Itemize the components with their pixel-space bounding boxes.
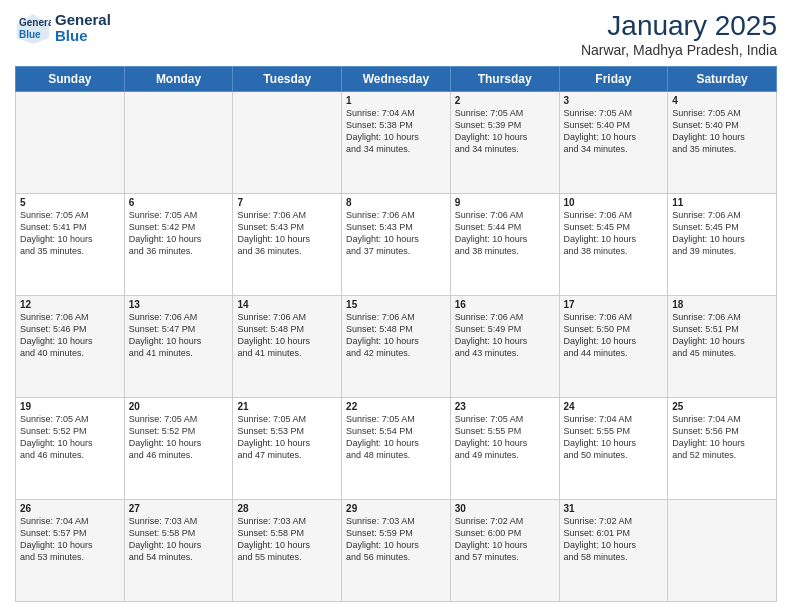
cell-info: Sunrise: 7:06 AM Sunset: 5:47 PM Dayligh… (129, 311, 229, 360)
cell-info: Sunrise: 7:06 AM Sunset: 5:49 PM Dayligh… (455, 311, 555, 360)
day-number: 23 (455, 401, 555, 412)
weekday-header-row: SundayMondayTuesdayWednesdayThursdayFrid… (16, 67, 777, 92)
cell-info: Sunrise: 7:06 AM Sunset: 5:48 PM Dayligh… (346, 311, 446, 360)
calendar-cell: 22Sunrise: 7:05 AM Sunset: 5:54 PM Dayli… (342, 398, 451, 500)
logo-icon: General Blue (15, 10, 51, 46)
calendar-cell: 6Sunrise: 7:05 AM Sunset: 5:42 PM Daylig… (124, 194, 233, 296)
cell-info: Sunrise: 7:06 AM Sunset: 5:50 PM Dayligh… (564, 311, 664, 360)
calendar-cell: 10Sunrise: 7:06 AM Sunset: 5:45 PM Dayli… (559, 194, 668, 296)
cell-info: Sunrise: 7:05 AM Sunset: 5:40 PM Dayligh… (564, 107, 664, 156)
calendar-cell: 27Sunrise: 7:03 AM Sunset: 5:58 PM Dayli… (124, 500, 233, 602)
logo-text-block: General Blue (55, 12, 111, 45)
week-row-1: 1Sunrise: 7:04 AM Sunset: 5:38 PM Daylig… (16, 92, 777, 194)
day-number: 5 (20, 197, 120, 208)
calendar-cell: 3Sunrise: 7:05 AM Sunset: 5:40 PM Daylig… (559, 92, 668, 194)
day-number: 7 (237, 197, 337, 208)
calendar-cell (233, 92, 342, 194)
day-number: 27 (129, 503, 229, 514)
week-row-5: 26Sunrise: 7:04 AM Sunset: 5:57 PM Dayli… (16, 500, 777, 602)
calendar-cell (16, 92, 125, 194)
calendar-cell: 31Sunrise: 7:02 AM Sunset: 6:01 PM Dayli… (559, 500, 668, 602)
calendar-cell: 30Sunrise: 7:02 AM Sunset: 6:00 PM Dayli… (450, 500, 559, 602)
day-number: 6 (129, 197, 229, 208)
cell-info: Sunrise: 7:03 AM Sunset: 5:58 PM Dayligh… (129, 515, 229, 564)
title-block: January 2025 Narwar, Madhya Pradesh, Ind… (581, 10, 777, 58)
calendar-cell: 5Sunrise: 7:05 AM Sunset: 5:41 PM Daylig… (16, 194, 125, 296)
week-row-2: 5Sunrise: 7:05 AM Sunset: 5:41 PM Daylig… (16, 194, 777, 296)
cell-info: Sunrise: 7:06 AM Sunset: 5:48 PM Dayligh… (237, 311, 337, 360)
svg-text:General: General (19, 17, 51, 28)
day-number: 3 (564, 95, 664, 106)
cell-info: Sunrise: 7:03 AM Sunset: 5:59 PM Dayligh… (346, 515, 446, 564)
cell-info: Sunrise: 7:05 AM Sunset: 5:52 PM Dayligh… (129, 413, 229, 462)
cell-info: Sunrise: 7:06 AM Sunset: 5:43 PM Dayligh… (346, 209, 446, 258)
calendar-cell: 4Sunrise: 7:05 AM Sunset: 5:40 PM Daylig… (668, 92, 777, 194)
day-number: 24 (564, 401, 664, 412)
weekday-header-saturday: Saturday (668, 67, 777, 92)
cell-info: Sunrise: 7:03 AM Sunset: 5:58 PM Dayligh… (237, 515, 337, 564)
day-number: 14 (237, 299, 337, 310)
day-number: 26 (20, 503, 120, 514)
cell-info: Sunrise: 7:06 AM Sunset: 5:45 PM Dayligh… (672, 209, 772, 258)
cell-info: Sunrise: 7:05 AM Sunset: 5:52 PM Dayligh… (20, 413, 120, 462)
calendar-cell: 25Sunrise: 7:04 AM Sunset: 5:56 PM Dayli… (668, 398, 777, 500)
calendar-cell: 11Sunrise: 7:06 AM Sunset: 5:45 PM Dayli… (668, 194, 777, 296)
calendar-cell: 20Sunrise: 7:05 AM Sunset: 5:52 PM Dayli… (124, 398, 233, 500)
main-title: January 2025 (581, 10, 777, 42)
day-number: 13 (129, 299, 229, 310)
cell-info: Sunrise: 7:05 AM Sunset: 5:40 PM Dayligh… (672, 107, 772, 156)
day-number: 4 (672, 95, 772, 106)
calendar-cell: 15Sunrise: 7:06 AM Sunset: 5:48 PM Dayli… (342, 296, 451, 398)
calendar-cell: 23Sunrise: 7:05 AM Sunset: 5:55 PM Dayli… (450, 398, 559, 500)
cell-info: Sunrise: 7:06 AM Sunset: 5:45 PM Dayligh… (564, 209, 664, 258)
cell-info: Sunrise: 7:05 AM Sunset: 5:39 PM Dayligh… (455, 107, 555, 156)
calendar-cell: 17Sunrise: 7:06 AM Sunset: 5:50 PM Dayli… (559, 296, 668, 398)
calendar-cell: 9Sunrise: 7:06 AM Sunset: 5:44 PM Daylig… (450, 194, 559, 296)
day-number: 31 (564, 503, 664, 514)
calendar-cell: 16Sunrise: 7:06 AM Sunset: 5:49 PM Dayli… (450, 296, 559, 398)
calendar-cell: 8Sunrise: 7:06 AM Sunset: 5:43 PM Daylig… (342, 194, 451, 296)
cell-info: Sunrise: 7:06 AM Sunset: 5:43 PM Dayligh… (237, 209, 337, 258)
calendar-cell: 21Sunrise: 7:05 AM Sunset: 5:53 PM Dayli… (233, 398, 342, 500)
calendar-table: SundayMondayTuesdayWednesdayThursdayFrid… (15, 66, 777, 602)
subtitle: Narwar, Madhya Pradesh, India (581, 42, 777, 58)
day-number: 2 (455, 95, 555, 106)
header: General Blue General Blue January 2025 N… (15, 10, 777, 58)
day-number: 18 (672, 299, 772, 310)
weekday-header-monday: Monday (124, 67, 233, 92)
calendar-cell (668, 500, 777, 602)
day-number: 29 (346, 503, 446, 514)
day-number: 22 (346, 401, 446, 412)
calendar-cell: 12Sunrise: 7:06 AM Sunset: 5:46 PM Dayli… (16, 296, 125, 398)
day-number: 1 (346, 95, 446, 106)
calendar-cell: 18Sunrise: 7:06 AM Sunset: 5:51 PM Dayli… (668, 296, 777, 398)
cell-info: Sunrise: 7:05 AM Sunset: 5:54 PM Dayligh… (346, 413, 446, 462)
day-number: 17 (564, 299, 664, 310)
day-number: 30 (455, 503, 555, 514)
day-number: 8 (346, 197, 446, 208)
cell-info: Sunrise: 7:06 AM Sunset: 5:44 PM Dayligh… (455, 209, 555, 258)
calendar-cell (124, 92, 233, 194)
calendar-cell: 2Sunrise: 7:05 AM Sunset: 5:39 PM Daylig… (450, 92, 559, 194)
cell-info: Sunrise: 7:02 AM Sunset: 6:00 PM Dayligh… (455, 515, 555, 564)
day-number: 21 (237, 401, 337, 412)
day-number: 11 (672, 197, 772, 208)
page: General Blue General Blue January 2025 N… (0, 0, 792, 612)
cell-info: Sunrise: 7:05 AM Sunset: 5:53 PM Dayligh… (237, 413, 337, 462)
weekday-header-tuesday: Tuesday (233, 67, 342, 92)
cell-info: Sunrise: 7:05 AM Sunset: 5:42 PM Dayligh… (129, 209, 229, 258)
calendar-cell: 29Sunrise: 7:03 AM Sunset: 5:59 PM Dayli… (342, 500, 451, 602)
cell-info: Sunrise: 7:04 AM Sunset: 5:55 PM Dayligh… (564, 413, 664, 462)
day-number: 15 (346, 299, 446, 310)
calendar-cell: 24Sunrise: 7:04 AM Sunset: 5:55 PM Dayli… (559, 398, 668, 500)
cell-info: Sunrise: 7:05 AM Sunset: 5:41 PM Dayligh… (20, 209, 120, 258)
calendar-cell: 13Sunrise: 7:06 AM Sunset: 5:47 PM Dayli… (124, 296, 233, 398)
weekday-header-wednesday: Wednesday (342, 67, 451, 92)
calendar-cell: 14Sunrise: 7:06 AM Sunset: 5:48 PM Dayli… (233, 296, 342, 398)
cell-info: Sunrise: 7:02 AM Sunset: 6:01 PM Dayligh… (564, 515, 664, 564)
calendar-cell: 1Sunrise: 7:04 AM Sunset: 5:38 PM Daylig… (342, 92, 451, 194)
cell-info: Sunrise: 7:06 AM Sunset: 5:46 PM Dayligh… (20, 311, 120, 360)
day-number: 10 (564, 197, 664, 208)
day-number: 12 (20, 299, 120, 310)
weekday-header-sunday: Sunday (16, 67, 125, 92)
